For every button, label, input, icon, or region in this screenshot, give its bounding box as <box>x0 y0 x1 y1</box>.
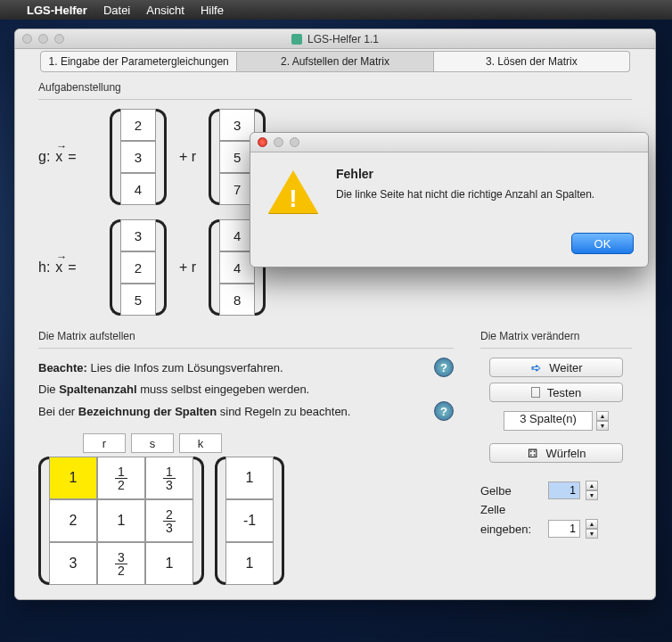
arrow-right-icon: ➪ <box>529 361 542 374</box>
matrix-cell-1-2[interactable]: 23 <box>145 499 193 542</box>
gelbe-col-down[interactable]: ▼ <box>586 529 598 539</box>
gelbe-label-2: Zelle <box>480 503 543 516</box>
main-window: LGS-Helfer 1.1 1. Eingabe der Parameterg… <box>14 29 656 600</box>
dialog-close-icon[interactable] <box>258 137 267 147</box>
testen-label: Testen <box>547 386 581 399</box>
minimize-window-icon[interactable] <box>38 34 48 44</box>
weiter-button[interactable]: ➪ Weiter <box>489 358 623 377</box>
divider <box>38 99 632 100</box>
eq-h-label: h: <box>38 259 50 276</box>
divider <box>38 348 454 349</box>
g-v1-0[interactable]: 2 <box>120 109 156 141</box>
window-controls <box>22 34 64 44</box>
rhs-cell-1[interactable]: -1 <box>225 499 274 542</box>
matrix-cell-2-1[interactable]: 32 <box>97 542 145 585</box>
matrix-right: 1-11 <box>215 457 284 585</box>
menubar-appname[interactable]: LGS-Helfer <box>27 4 87 17</box>
dialog-zoom-icon <box>290 137 299 147</box>
section-matrix-aufstellen: Die Matrix aufstellen <box>38 330 454 342</box>
wuerfeln-button[interactable]: ⚃ Würfeln <box>489 443 623 463</box>
zoom-window-icon[interactable] <box>54 34 64 44</box>
dialog-ok-button[interactable]: OK <box>571 233 634 254</box>
menu-hilfe[interactable]: Hilfe <box>201 4 224 17</box>
matrix-cell-0-1[interactable]: 12 <box>97 457 145 499</box>
gelbe-row-input[interactable] <box>548 482 580 499</box>
info-bezeichnung: Bei der Bezeichnung der Spalten sind Reg… <box>38 401 454 421</box>
section-aufgabenstellung: Aufgabenstellung <box>38 81 632 94</box>
divider <box>480 348 632 349</box>
tab-loesen[interactable]: 3. Lösen der Matrix <box>434 51 630 72</box>
h-vector-1: 3 2 5 <box>110 219 167 316</box>
dialog-message: Die linke Seite hat nicht die richtige A… <box>336 188 594 201</box>
gelbe-col-up[interactable]: ▲ <box>586 519 598 529</box>
menubar: LGS-Helfer Datei Ansicht Hilfe <box>0 0 672 20</box>
matrix-cell-2-0[interactable]: 3 <box>49 542 97 585</box>
dialog-title: Fehler <box>336 167 594 181</box>
h-v1-2[interactable]: 5 <box>120 284 156 316</box>
gelbe-label-1: Gelbe <box>480 484 543 498</box>
plus-r: + r <box>179 149 196 165</box>
column-headers: r s k <box>83 433 454 453</box>
tab-aufstellen[interactable]: 2. Aufstellen der Matrix <box>237 51 433 72</box>
window-titlebar[interactable]: LGS-Helfer 1.1 <box>15 29 655 49</box>
colhead-s[interactable]: s <box>131 433 174 453</box>
equals-sign: = <box>68 149 76 165</box>
section-matrix-veraendern: Die Matrix verändern <box>480 330 632 342</box>
matrix-cell-2-2[interactable]: 1 <box>145 542 193 585</box>
info-spaltenanzahl: Die Spaltenanzahl muss selbst eingegeben… <box>38 383 454 396</box>
matrix-cell-1-1[interactable]: 1 <box>97 499 145 542</box>
dice-icon: ⚃ <box>527 447 539 459</box>
matrix-cell-0-2[interactable]: 13 <box>145 457 193 499</box>
spalten-spinner: 3 Spalte(n) ▲ ▼ <box>480 411 632 431</box>
matrix-cell-1-0[interactable]: 2 <box>49 499 97 542</box>
close-window-icon[interactable] <box>22 34 32 44</box>
h-v2-2[interactable]: 8 <box>219 284 255 316</box>
spalten-down[interactable]: ▼ <box>596 421 609 431</box>
app-icon <box>291 34 302 45</box>
dialog-titlebar[interactable] <box>250 133 648 152</box>
g-v1-2[interactable]: 4 <box>120 173 156 205</box>
menu-ansicht[interactable]: Ansicht <box>146 4 184 17</box>
warning-icon: ! <box>268 170 322 220</box>
window-title-text: LGS-Helfer 1.1 <box>307 33 379 45</box>
gelbe-row-down[interactable]: ▼ <box>586 490 598 500</box>
matrix-cell-0-0[interactable]: 1 <box>49 457 97 499</box>
rhs-cell-2[interactable]: 1 <box>225 542 274 585</box>
colhead-r[interactable]: r <box>83 433 126 453</box>
tabbar: 1. Eingabe der Parametergleichungen 2. A… <box>40 51 630 72</box>
spalten-input[interactable]: 3 Spalte(n) <box>504 411 593 431</box>
menu-datei[interactable]: Datei <box>103 4 130 17</box>
eq-g-label: g: <box>38 149 50 165</box>
spalten-up[interactable]: ▲ <box>596 411 609 421</box>
gelbe-col-input[interactable] <box>548 520 580 538</box>
help-button-2[interactable]: ? <box>434 401 454 421</box>
error-dialog: ! Fehler Die linke Seite hat nicht die r… <box>250 132 649 268</box>
h-v1-0[interactable]: 3 <box>120 219 156 251</box>
matrix-area: 1121321233321 1-11 <box>38 457 454 585</box>
gelbe-zelle-group: Gelbe ▲ ▼ Zelle eingeben: <box>480 481 632 539</box>
document-icon <box>531 387 540 398</box>
h-v1-1[interactable]: 2 <box>120 251 156 284</box>
gelbe-label-3: eingeben: <box>480 523 543 536</box>
window-title: LGS-Helfer 1.1 <box>291 33 379 45</box>
equals-sign: = <box>68 259 76 276</box>
g-v1-1[interactable]: 3 <box>120 141 156 173</box>
wuerfeln-label: Würfeln <box>546 447 586 460</box>
weiter-label: Weiter <box>549 361 582 374</box>
g-vector-1: 2 3 4 <box>110 109 167 205</box>
matrix-left: 1121321233321 <box>38 457 204 585</box>
vector-x-icon: →x <box>55 259 62 276</box>
plus-r: + r <box>179 259 196 276</box>
dialog-minimize-icon <box>274 137 283 147</box>
help-button-1[interactable]: ? <box>434 358 454 377</box>
vector-x-icon: →x <box>55 149 62 165</box>
rhs-cell-0[interactable]: 1 <box>225 457 274 499</box>
info-beachte: Beachte: Lies die Infos zum Lösungsverfa… <box>38 358 454 377</box>
tab-eingabe[interactable]: 1. Eingabe der Parametergleichungen <box>40 51 237 72</box>
testen-button[interactable]: Testen <box>489 383 623 402</box>
colhead-k[interactable]: k <box>179 433 222 453</box>
gelbe-row-up[interactable]: ▲ <box>586 481 598 490</box>
